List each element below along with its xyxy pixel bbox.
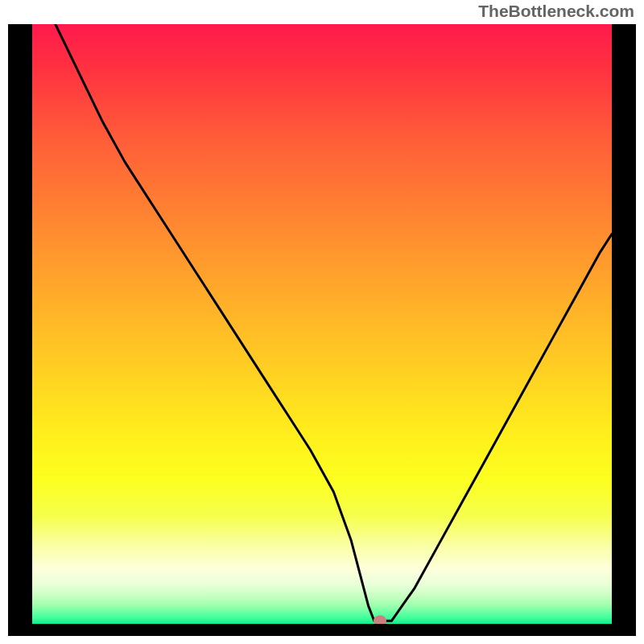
watermark-text: TheBottleneck.com <box>478 2 634 21</box>
chart-container: TheBottleneck.com <box>0 0 644 644</box>
marker-dot <box>374 615 386 624</box>
plot-gradient-area <box>32 24 612 624</box>
curve-svg <box>32 24 612 624</box>
bottleneck-curve-line <box>56 24 612 621</box>
chart-frame <box>8 24 636 636</box>
